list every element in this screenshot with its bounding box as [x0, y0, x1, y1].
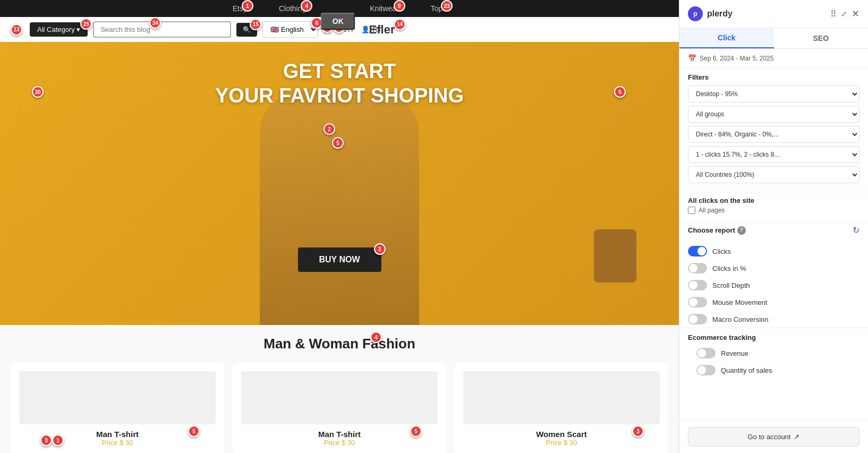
- buy-now-badge: 3: [374, 243, 386, 255]
- toggle-row-clicks-pct: Clicks in %: [679, 260, 868, 277]
- panel-logo: p plerdy: [688, 6, 733, 21]
- toggle-clicks[interactable]: [688, 246, 707, 257]
- products-grid: Man T-shirt 5 Price $ 30 3 1 Man T-shirt…: [11, 363, 668, 453]
- toggle-thumb-clicks-pct: [689, 264, 697, 272]
- toggle-scroll[interactable]: [688, 280, 707, 290]
- lang-wrapper: 🇬🇧 English 6: [262, 21, 318, 38]
- product-name-3: Women Scart 3: [463, 430, 660, 439]
- website-area: Etsy 1 Clothing 4 OK Knitwear 9 Tops 23 …: [0, 0, 679, 453]
- panel-header: p plerdy ⠿ ⤢ ✕: [679, 0, 868, 28]
- products-title-badge: 4: [370, 331, 382, 343]
- toggle-row-mouse: Mouse Movement: [679, 294, 868, 311]
- toggle-thumb-mouse: [689, 298, 697, 306]
- all-pages-checkbox[interactable]: [688, 207, 695, 214]
- toggle-label-macro: Macro Conversion: [712, 315, 769, 323]
- hero-text: GET START YOUR FAVRIOT SHOPING: [215, 59, 464, 108]
- product-price-1: Price $ 30 3 1: [19, 439, 216, 447]
- product-card-2: Man T-shirt 5 Price $ 30: [233, 363, 446, 453]
- toggle-row-clicks: Clicks: [679, 243, 868, 260]
- nav-item-tops[interactable]: Tops 23: [431, 4, 447, 13]
- toggle-thumb-macro: [689, 315, 697, 323]
- hero-badge-center2: 5: [332, 137, 344, 149]
- header-left-badge: 13: [11, 24, 22, 36]
- nav-badge-2: 4: [301, 0, 312, 12]
- product-image-2: [241, 371, 438, 424]
- toggle-row-revenue: Revenue: [688, 345, 860, 362]
- toggle-quantity[interactable]: [696, 365, 716, 375]
- goto-account-button[interactable]: Go to account ↗: [688, 427, 860, 447]
- toggle-row-quantity: Quantity of sales: [688, 362, 860, 379]
- toggle-label-quantity: Quantity of sales: [721, 366, 772, 374]
- toggle-thumb-revenue: [697, 349, 706, 357]
- nav-item-knitwear[interactable]: Knitwear 9: [370, 4, 398, 13]
- all-clicks-header: All clicks on the site: [688, 196, 860, 204]
- refresh-button[interactable]: ↻: [853, 225, 860, 235]
- filter-groups[interactable]: All groups: [688, 106, 860, 123]
- toggle-mouse[interactable]: [688, 297, 707, 307]
- filters-section: Filters Desktop - 95% All groups Direct …: [679, 68, 868, 192]
- products-title: Man & Woman Fashion 4: [11, 336, 668, 352]
- toggle-row-scroll: Scroll Depth: [679, 277, 868, 294]
- plerdy-logo-icon: p: [688, 6, 703, 21]
- toggle-macro[interactable]: [688, 314, 707, 324]
- lang-select[interactable]: 🇬🇧 English: [262, 21, 318, 38]
- filter-clicks[interactable]: 1 - clicks 15.7%, 2 - clicks 8...: [688, 146, 860, 163]
- toggle-label-mouse: Mouse Movement: [712, 298, 767, 306]
- search-wrapper: 34: [93, 21, 231, 38]
- toggle-label-clicks-pct: Clicks in %: [712, 264, 746, 272]
- goto-account-label: Go to account: [748, 433, 791, 441]
- calendar-icon: 📅: [688, 54, 696, 62]
- category-badge: 25: [80, 18, 92, 30]
- grid-button[interactable]: ⠿: [830, 8, 837, 20]
- toggle-thumb-quantity: [697, 366, 706, 374]
- hero-section: 13 All Category ▾ 25 34 🔍 15 🇬🇧 English …: [0, 17, 679, 325]
- search-right-badge: 15: [250, 19, 261, 30]
- filter-traffic[interactable]: Direct - 84%, Organic - 0%,...: [688, 126, 860, 143]
- toggle-clicks-pct[interactable]: [688, 263, 707, 273]
- external-link-icon: ↗: [794, 433, 799, 441]
- tab-click[interactable]: Click: [679, 28, 774, 48]
- date-range-text: Sep 6, 2024 - Mar 5, 2025: [700, 55, 773, 62]
- hero-bag: [594, 229, 636, 283]
- product-card-1: Man T-shirt 5 Price $ 30 3 1: [11, 363, 224, 453]
- close-button[interactable]: ✕: [852, 8, 860, 20]
- products-section: Man & Woman Fashion 4 Man T-shirt 5 Pric…: [0, 325, 679, 453]
- category-button[interactable]: All Category ▾: [30, 22, 88, 37]
- nav-badge-4: 23: [441, 0, 453, 12]
- ok-button[interactable]: OK: [321, 13, 355, 30]
- toggle-row-macro: Macro Conversion: [679, 311, 868, 328]
- choose-report-label: Choose report: [688, 226, 735, 234]
- hero-badge-left: 30: [32, 86, 44, 98]
- top-nav: Etsy 1 Clothing 4 OK Knitwear 9 Tops 23: [0, 0, 679, 17]
- all-pages-row: All pages: [688, 207, 860, 214]
- nav-item-clothing[interactable]: Clothing 4: [279, 4, 306, 13]
- category-wrapper: All Category ▾ 25: [30, 22, 88, 37]
- site-logo: Efler 14: [369, 23, 395, 37]
- hero-badge-center1: 2: [324, 123, 335, 135]
- search-input[interactable]: [93, 21, 231, 38]
- ecommerce-title: Ecommerce tracking: [688, 334, 860, 341]
- expand-button[interactable]: ⤢: [841, 8, 847, 20]
- toggle-revenue[interactable]: [696, 348, 716, 358]
- all-clicks-section: All clicks on the site All pages: [679, 192, 868, 223]
- product2-name-badge: 5: [410, 425, 422, 437]
- product3-name-badge: 3: [632, 425, 644, 437]
- nav-badge-1: 1: [242, 0, 253, 12]
- nav-item-etsy[interactable]: Etsy 1: [233, 4, 247, 13]
- buy-now-button[interactable]: BUY NOW 3: [297, 247, 381, 272]
- tab-seo[interactable]: SEO: [774, 28, 869, 48]
- choose-report-section: Choose report ? ↻: [679, 223, 868, 237]
- filter-countries[interactable]: All Countries (100%): [688, 166, 860, 183]
- product1-name-badge: 5: [188, 425, 200, 437]
- panel-header-actions: ⠿ ⤢ ✕: [830, 8, 860, 20]
- goto-account-section: Go to account ↗: [679, 420, 868, 453]
- filter-device[interactable]: Desktop - 95%: [688, 86, 860, 102]
- hero-badge-right: 5: [614, 86, 626, 98]
- filters-title: Filters: [688, 73, 860, 81]
- product1-price-badge2: 1: [52, 434, 64, 446]
- date-range[interactable]: 📅 Sep 6, 2024 - Mar 5, 2025: [679, 49, 868, 68]
- all-clicks-title: All clicks on the site: [688, 196, 754, 204]
- product-image-1: [19, 371, 216, 424]
- product-price-2: Price $ 30: [241, 439, 438, 447]
- toggle-label-clicks: Clicks: [712, 247, 731, 255]
